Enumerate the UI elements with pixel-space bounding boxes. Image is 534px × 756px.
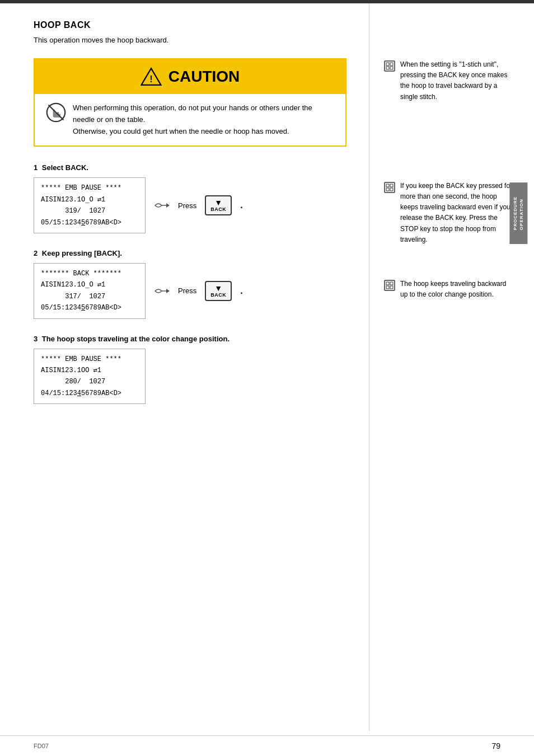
intro-text: This operation moves the hoop backward. (34, 36, 346, 44)
lcd-line-1: ******* BACK ******* (41, 268, 138, 279)
lcd-line-4: 05/15:123456789AB<D> (41, 302, 138, 313)
svg-rect-15 (386, 188, 389, 191)
lcd-line-1: ***** EMB PAUSE **** (41, 354, 138, 365)
note-3: The hoop keeps traveling backward up to … (383, 279, 515, 300)
note-2-text: If you keep the BACK key pressed for mor… (400, 181, 515, 245)
lcd-line-4: 04/15:123456789AB<D> (41, 388, 138, 399)
back-button-arrow: ▼ (214, 199, 222, 206)
svg-rect-12 (390, 67, 393, 69)
lcd-line-4: 05/15:123456789AB<D> (41, 217, 138, 228)
svg-rect-20 (386, 286, 389, 289)
caution-body: When performing this operation, do not p… (35, 94, 345, 145)
sidebar-label-2: PROCEDURE (513, 196, 518, 230)
step-1-label: Select BACK. (42, 163, 88, 172)
svg-rect-22 (390, 286, 393, 289)
step-1-lcd: ***** EMB PAUSE **** AISIN123.1O̲O ⇄1 31… (34, 177, 146, 233)
step-1-dot: . (240, 200, 242, 210)
caution-header: ! CAUTION (35, 59, 345, 94)
step-3-lcd: ***** EMB PAUSE **** AISIN123.1OO ⇄1 280… (34, 349, 146, 405)
svg-marker-7 (166, 289, 170, 293)
step-2-label: Keep pressing [BACK]. (42, 249, 122, 257)
step-1-header: 1 Select BACK. (34, 163, 346, 172)
caution-triangle-icon: ! (140, 66, 162, 87)
step-1-back-button[interactable]: ▼ BACK (205, 195, 232, 215)
caution-box: ! CAUTION When performing this operation… (34, 58, 346, 147)
svg-rect-10 (386, 67, 389, 69)
step-1-number: 1 (34, 163, 38, 172)
sidebar-tab: OPERATION PROCEDURE (509, 182, 527, 244)
step-2: 2 Keep pressing [BACK]. ******* BACK ***… (34, 249, 346, 319)
note-1: When the setting is "1-stich unit", pres… (383, 59, 515, 102)
step-3: 3 The hoop stops traveling at the color … (34, 335, 346, 405)
svg-rect-21 (390, 282, 393, 285)
caution-text-heading: CAUTION (168, 68, 240, 86)
step-2-back-button[interactable]: ▼ BACK (205, 281, 232, 301)
step-2-arrow-icon (154, 285, 170, 297)
step-1: 1 Select BACK. ***** EMB PAUSE **** AISI… (34, 163, 346, 233)
note-1-icon (383, 60, 396, 74)
lcd-line-3: 317/ 1027 (41, 291, 138, 302)
page-title: HOOP BACK (34, 20, 346, 30)
step-3-label: The hoop stops traveling at the color ch… (42, 335, 229, 343)
back-button-label: BACK (210, 206, 226, 212)
step-1-arrow-icon (154, 199, 170, 212)
svg-text:!: ! (149, 74, 153, 84)
no-hands-icon (46, 102, 66, 123)
step-2-number: 2 (34, 249, 38, 257)
svg-rect-14 (386, 184, 389, 187)
step-2-press-label: Press (178, 287, 196, 295)
note-2: If you keep the BACK key pressed for mor… (383, 181, 515, 245)
note-2-icon (383, 181, 396, 196)
step-2-lcd: ******* BACK ******* AISIN123.1O̲O ⇄1 31… (34, 263, 146, 319)
note-1-text: When the setting is "1-stich unit", pres… (400, 59, 515, 102)
step-2-header: 2 Keep pressing [BACK]. (34, 249, 346, 257)
svg-marker-5 (166, 203, 170, 208)
step-2-dot: . (240, 286, 242, 296)
step-3-header: 3 The hoop stops traveling at the color … (34, 335, 346, 343)
svg-rect-17 (390, 188, 393, 191)
page-footer: FD07 79 (0, 735, 534, 756)
note-3-text: The hoop keeps traveling backward up to … (400, 279, 515, 300)
step-3-content: ***** EMB PAUSE **** AISIN123.1OO ⇄1 280… (34, 349, 346, 405)
step-3-number: 3 (34, 335, 38, 343)
lcd-line-2: AISIN123.1O̲O ⇄1 (41, 194, 138, 205)
caution-warning-text: When performing this operation, do not p… (73, 102, 334, 137)
lcd-line-3: 280/ 1027 (41, 376, 138, 387)
svg-rect-16 (390, 184, 393, 187)
back-button-label-2: BACK (210, 292, 226, 298)
lcd-line-2: AISIN123.1OO ⇄1 (41, 365, 138, 376)
lcd-line-3: 319/ 1027 (41, 205, 138, 217)
lcd-line-1: ***** EMB PAUSE **** (41, 182, 138, 194)
footer-page: 79 (491, 741, 500, 750)
sidebar-label-1: OPERATION (519, 199, 524, 230)
step-1-press-label: Press (178, 201, 196, 210)
svg-rect-19 (386, 282, 389, 285)
footer-code: FD07 (34, 743, 49, 749)
svg-rect-11 (390, 63, 393, 65)
step-1-content: ***** EMB PAUSE **** AISIN123.1O̲O ⇄1 31… (34, 177, 346, 233)
lcd-line-2: AISIN123.1O̲O ⇄1 (41, 279, 138, 290)
note-3-icon (383, 279, 396, 294)
back-button-arrow-2: ▼ (214, 284, 222, 292)
right-column: When the setting is "1-stich unit", pres… (369, 3, 526, 731)
step-2-content: ******* BACK ******* AISIN123.1O̲O ⇄1 31… (34, 263, 346, 319)
svg-rect-9 (386, 63, 389, 65)
